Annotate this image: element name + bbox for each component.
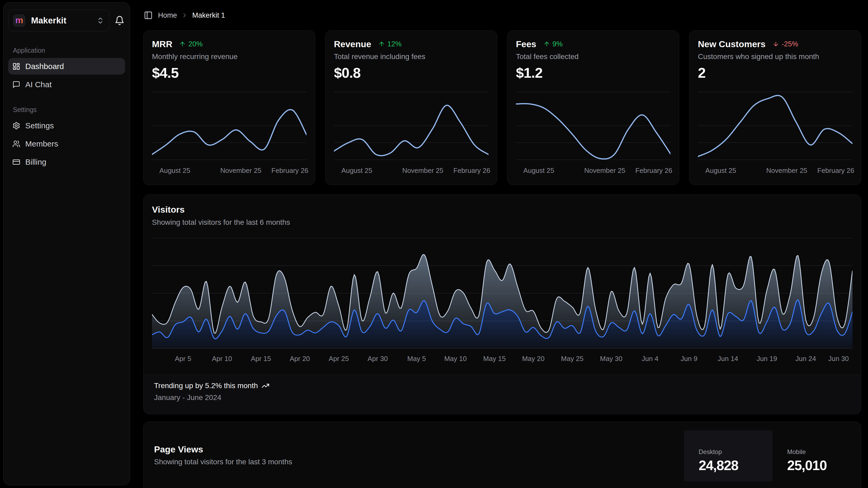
- visitors-title: Visitors: [152, 204, 852, 215]
- axis-tick-label: November 25: [584, 166, 625, 175]
- panel-left-icon: [144, 11, 153, 20]
- stat-card-title: Fees: [516, 39, 536, 49]
- stat-sparkline: August 25November 25February 26: [334, 92, 489, 175]
- arrow-down-icon: [772, 40, 779, 48]
- sidebar-item-label: Billing: [25, 157, 46, 167]
- axis-tick-label: May 10: [444, 354, 467, 363]
- stat-trend-value: 9%: [553, 40, 563, 48]
- sidebar-nav: ApplicationDashboardAI ChatSettingsSetti…: [8, 47, 125, 170]
- sparkline-chart: [152, 92, 307, 160]
- stat-card-mrr: MRR20%Monthly recurring revenue$4.5Augus…: [143, 30, 315, 185]
- visitors-footer: Trending up by 5.2% this month January -…: [144, 375, 861, 414]
- stat-card-value: $0.8: [334, 66, 489, 80]
- visitors-x-axis: Apr 5Apr 10Apr 15Apr 20Apr 25Apr 30May 5…: [152, 354, 852, 363]
- axis-tick-label: February 26: [272, 166, 308, 175]
- settings-icon: [12, 122, 20, 130]
- axis-tick-label: August 25: [523, 166, 554, 175]
- stat-card-value: $4.5: [152, 66, 307, 80]
- stat-trend-value: 20%: [188, 40, 203, 48]
- sidebar-item-label: Dashboard: [25, 62, 64, 71]
- axis-tick-label: Apr 15: [251, 354, 271, 363]
- sidebar-item-dashboard[interactable]: Dashboard: [8, 58, 125, 75]
- workspace-row: m Makerkit: [8, 10, 126, 31]
- axis-tick-label: February 26: [636, 166, 672, 175]
- sparkline-x-axis: August 25November 25February 26: [516, 166, 671, 175]
- nav-section: ApplicationDashboardAI Chat: [8, 47, 125, 93]
- trend-text: Trending up by 5.2% this month: [154, 381, 258, 390]
- sparkline-chart: [334, 92, 489, 160]
- sparkline-x-axis: August 25November 25February 26: [334, 166, 489, 175]
- sparkline-x-axis: August 25November 25February 26: [698, 166, 852, 175]
- breadcrumb-current: Makerkit 1: [192, 11, 225, 20]
- sparkline-chart: [698, 92, 852, 160]
- visitors-card: Visitors Showing total visitors for the …: [143, 195, 861, 414]
- visitors-area-chart[interactable]: [152, 238, 852, 349]
- stat-card-header: Revenue12%: [334, 39, 489, 49]
- notifications-button[interactable]: [114, 15, 126, 27]
- axis-tick-label: Jun 19: [756, 354, 777, 363]
- workspace-logo-letter: m: [15, 16, 23, 25]
- stat-trend-badge: 9%: [543, 40, 563, 48]
- axis-tick-label: August 25: [705, 166, 736, 175]
- stat-sparkline: August 25November 25February 26: [516, 92, 671, 175]
- stat-trend-badge: -25%: [772, 40, 798, 48]
- users-icon: [12, 140, 20, 148]
- page-views-stat-label: Desktop: [699, 449, 772, 455]
- nav-section: SettingsSettingsMembersBilling: [8, 107, 125, 170]
- page-views-toggles: Desktop24,828Mobile25,010: [684, 430, 861, 481]
- page-views-toggle-desktop[interactable]: Desktop24,828: [684, 430, 772, 481]
- axis-tick-label: November 25: [402, 166, 443, 175]
- axis-tick-label: November 25: [220, 166, 261, 175]
- axis-tick-label: February 26: [454, 166, 490, 175]
- axis-tick-label: Jun 9: [681, 354, 698, 363]
- stat-cards-grid: MRR20%Monthly recurring revenue$4.5Augus…: [143, 30, 861, 185]
- sidebar-toggle-button[interactable]: [143, 10, 153, 20]
- workspace-selector[interactable]: m Makerkit: [8, 10, 109, 31]
- date-range-text: January - June 2024: [154, 394, 850, 402]
- chevrons-up-down-icon: [96, 17, 104, 25]
- trending-up-icon: [261, 382, 270, 390]
- page-views-stat-value: 25,010: [787, 458, 861, 473]
- sidebar-item-ai-chat[interactable]: AI Chat: [8, 76, 125, 93]
- bell-icon: [115, 16, 125, 26]
- topbar: Home Makerkit 1: [143, 9, 861, 21]
- layout-dashboard-icon: [12, 62, 20, 70]
- workspace-name: Makerkit: [31, 16, 91, 26]
- axis-tick-label: Apr 30: [368, 354, 388, 363]
- visitors-chart[interactable]: Apr 5Apr 10Apr 15Apr 20Apr 25Apr 30May 5…: [152, 238, 852, 363]
- main-content: Home Makerkit 1 MRR20%Monthly recurring …: [143, 0, 861, 488]
- page-views-toggle-mobile[interactable]: Mobile25,010: [772, 430, 861, 481]
- stat-card-subtitle: Total revenue including fees: [334, 52, 489, 61]
- axis-tick-label: Apr 10: [212, 354, 232, 363]
- nav-section-label: Settings: [8, 107, 125, 113]
- axis-tick-label: August 25: [159, 166, 190, 175]
- trend-line: Trending up by 5.2% this month: [154, 381, 850, 390]
- sidebar-item-billing[interactable]: Billing: [8, 154, 125, 170]
- sidebar-item-settings[interactable]: Settings: [8, 117, 125, 134]
- stat-card-revenue: Revenue12%Total revenue including fees$0…: [325, 30, 497, 185]
- stat-trend-badge: 20%: [179, 40, 203, 48]
- page-views-card: Page Views Showing total visitors for th…: [143, 422, 861, 488]
- axis-tick-label: May 20: [522, 354, 544, 363]
- axis-tick-label: August 25: [341, 166, 372, 175]
- stat-card-subtitle: Customers who signed up this month: [698, 52, 852, 61]
- workspace-logo: m: [13, 15, 25, 27]
- stat-card-subtitle: Monthly recurring revenue: [152, 52, 307, 61]
- axis-tick-label: Jun 24: [796, 354, 816, 363]
- sidebar-item-label: AI Chat: [25, 80, 52, 89]
- stat-card-value: 2: [698, 66, 852, 80]
- breadcrumb: Home Makerkit 1: [158, 11, 225, 20]
- breadcrumb-home-link[interactable]: Home: [158, 11, 177, 20]
- arrow-up-icon: [179, 40, 186, 48]
- axis-tick-label: May 15: [483, 354, 506, 363]
- nav-section-label: Application: [8, 47, 125, 54]
- stat-trend-value: 12%: [388, 40, 402, 48]
- sidebar-item-members[interactable]: Members: [8, 136, 125, 152]
- sidebar-item-label: Settings: [25, 121, 54, 130]
- page-views-stat-value: 24,828: [699, 458, 772, 473]
- stat-card-title: New Customers: [698, 39, 766, 49]
- stat-card-header: Fees9%: [516, 39, 671, 49]
- arrow-up-icon: [378, 40, 385, 48]
- axis-tick-label: May 25: [561, 354, 583, 363]
- axis-tick-label: February 26: [817, 166, 854, 175]
